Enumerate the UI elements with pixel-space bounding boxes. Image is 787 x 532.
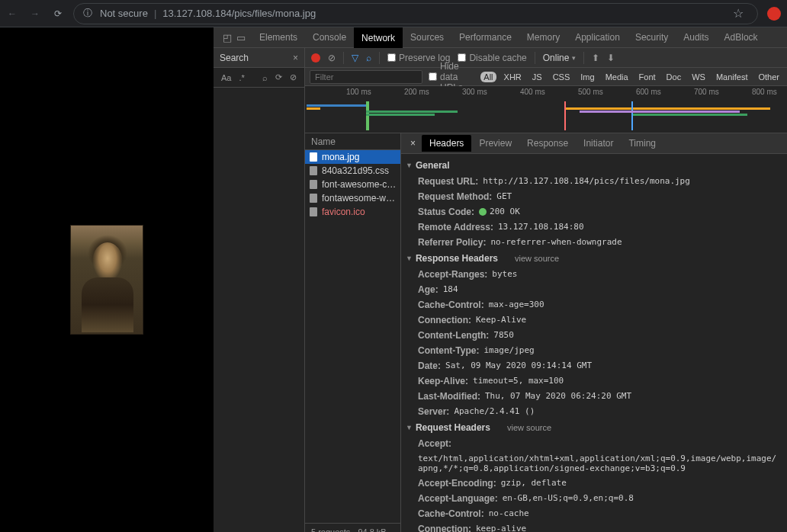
view-source-link[interactable]: view source: [507, 423, 551, 432]
inspect-icon[interactable]: ◰: [223, 32, 232, 43]
image-region: [92, 242, 123, 282]
filter-type-all[interactable]: All: [480, 72, 496, 82]
nav-buttons: ← → ⟳: [6, 8, 64, 20]
filter-type-font[interactable]: Font: [636, 72, 659, 82]
request-list-header[interactable]: Name: [305, 133, 400, 150]
search-icon[interactable]: ⌕: [366, 53, 371, 63]
detail-body[interactable]: ▼General Request URL:http://13.127.108.1…: [401, 154, 787, 532]
file-icon: [310, 194, 317, 203]
detail-tab-response[interactable]: Response: [519, 135, 576, 152]
throttle-select[interactable]: Online▾: [543, 53, 577, 63]
header-value: no-cache: [489, 508, 529, 519]
view-source-link[interactable]: view source: [515, 254, 559, 263]
request-list: Name mona.jpg840a321d95.cssfont-awesome-…: [305, 133, 401, 532]
header-key: Accept-Language:: [418, 493, 498, 504]
download-icon[interactable]: ⬇: [607, 53, 615, 63]
close-icon[interactable]: ×: [293, 53, 298, 63]
request-item[interactable]: favicon.ico: [305, 205, 400, 219]
filter-type-other[interactable]: Other: [755, 72, 782, 82]
section-response-headers[interactable]: ▼Response Headersview source: [401, 250, 787, 267]
clear-icon[interactable]: ⊘: [328, 53, 336, 63]
devtools-tab-memory[interactable]: Memory: [519, 27, 567, 48]
reload-icon[interactable]: ⟳: [52, 8, 64, 20]
network-filter-bar: Hide data URLs AllXHRJSCSSImgMediaFontDo…: [305, 68, 787, 86]
refresh-icon[interactable]: ⟳: [275, 72, 282, 82]
filter-icon[interactable]: ▽: [352, 53, 358, 63]
header-key: Cache-Control:: [418, 508, 484, 519]
timeline-tick: 600 ms: [636, 88, 661, 96]
header-row: Accept-Language:en-GB,en-US;q=0.9,en;q=0…: [401, 491, 787, 506]
file-icon: [310, 207, 317, 216]
devtools-tab-console[interactable]: Console: [305, 27, 354, 48]
back-icon[interactable]: ←: [6, 8, 18, 20]
header-row: Age:184: [401, 282, 787, 297]
header-value: http://13.127.108.184/pics/files/mona.jp…: [483, 176, 690, 187]
filter-type-ws[interactable]: WS: [689, 72, 708, 82]
filter-type-js[interactable]: JS: [529, 72, 545, 82]
header-value: Sat, 09 May 2020 09:14:14 GMT: [445, 361, 592, 371]
request-name: font-awesome-c…: [322, 179, 396, 190]
timeline-tick: 400 ms: [520, 88, 545, 96]
header-key: Cache-Control:: [418, 300, 484, 310]
close-icon[interactable]: ×: [404, 138, 422, 149]
filter-type-manifest[interactable]: Manifest: [713, 72, 751, 82]
upload-icon[interactable]: ⬆: [592, 53, 599, 63]
separator: [343, 52, 344, 64]
filter-type-css[interactable]: CSS: [550, 72, 573, 82]
filter-type-img[interactable]: Img: [577, 72, 597, 82]
section-general[interactable]: ▼General: [401, 157, 787, 174]
file-icon: [310, 152, 317, 162]
timeline[interactable]: 100 ms200 ms300 ms400 ms500 ms600 ms700 …: [305, 86, 787, 133]
header-value: Keep-Alive: [476, 315, 526, 325]
profile-avatar[interactable]: [767, 7, 781, 21]
request-item[interactable]: mona.jpg: [305, 150, 400, 164]
devtools-tab-application[interactable]: Application: [567, 27, 628, 48]
request-detail: × HeadersPreviewResponseInitiatorTiming …: [401, 133, 787, 532]
header-row: Referrer Policy:no-referrer-when-downgra…: [401, 235, 787, 250]
detail-tab-preview[interactable]: Preview: [471, 135, 519, 152]
case-toggle[interactable]: Aa: [221, 73, 231, 82]
devtools-tab-audits[interactable]: Audits: [676, 27, 716, 48]
info-icon[interactable]: ⓘ: [82, 8, 94, 20]
header-row: Accept-Ranges:bytes: [401, 267, 787, 282]
filter-type-media[interactable]: Media: [602, 72, 631, 82]
devtools-tab-elements[interactable]: Elements: [252, 27, 305, 48]
header-key: Connection:: [418, 524, 471, 532]
header-value: en-GB,en-US;q=0.9,en;q=0.8: [503, 493, 634, 504]
devtools-tab-security[interactable]: Security: [628, 27, 676, 48]
search-icon[interactable]: ⌕: [262, 73, 268, 82]
detail-tabs: × HeadersPreviewResponseInitiatorTiming: [401, 133, 787, 154]
filter-type-xhr[interactable]: XHR: [501, 72, 525, 82]
url-bar[interactable]: ⓘ Not secure | 13.127.108.184/pics/files…: [73, 3, 758, 24]
record-icon[interactable]: [311, 53, 320, 62]
clear-icon[interactable]: ⊘: [290, 72, 297, 82]
devtools-body: Search × Aa .* ⌕ ⟳ ⊘ ⊘ ▽ ⌕: [214, 48, 787, 532]
detail-tab-timing[interactable]: Timing: [621, 135, 663, 152]
filter-type-doc[interactable]: Doc: [663, 72, 685, 82]
detail-tab-headers[interactable]: Headers: [422, 135, 471, 152]
bookmark-star-icon[interactable]: ☆: [733, 6, 744, 21]
devtools: ◰ ▭ ElementsConsoleNetworkSourcesPerform…: [214, 27, 787, 532]
header-key: Remote Address:: [418, 222, 493, 232]
section-request-headers[interactable]: ▼Request Headersview source: [401, 419, 787, 436]
regex-toggle[interactable]: .*: [239, 73, 244, 82]
devtools-tab-adblock[interactable]: AdBlock: [717, 27, 766, 48]
request-item[interactable]: fontawesome-w…: [305, 191, 400, 205]
search-label: Search: [220, 53, 249, 63]
detail-tab-initiator[interactable]: Initiator: [576, 135, 621, 152]
forward-icon[interactable]: →: [29, 8, 41, 20]
header-value: image/jpeg: [483, 345, 534, 356]
header-row: Date:Sat, 09 May 2020 09:14:14 GMT: [401, 358, 787, 373]
header-key: Request Method:: [418, 191, 492, 202]
request-item[interactable]: font-awesome-c…: [305, 178, 400, 191]
header-value: keep-alive: [476, 524, 526, 532]
devtools-tab-network[interactable]: Network: [354, 27, 403, 48]
request-item[interactable]: 840a321d95.css: [305, 164, 400, 178]
search-tools: Aa .* ⌕ ⟳ ⊘: [214, 68, 304, 88]
header-row: Status Code:200 OK: [401, 204, 787, 220]
devtools-tab-sources[interactable]: Sources: [403, 27, 451, 48]
device-icon[interactable]: ▭: [236, 32, 246, 43]
timeline-tick: 200 ms: [404, 88, 429, 96]
devtools-tab-performance[interactable]: Performance: [451, 27, 519, 48]
filter-input[interactable]: [310, 70, 422, 84]
